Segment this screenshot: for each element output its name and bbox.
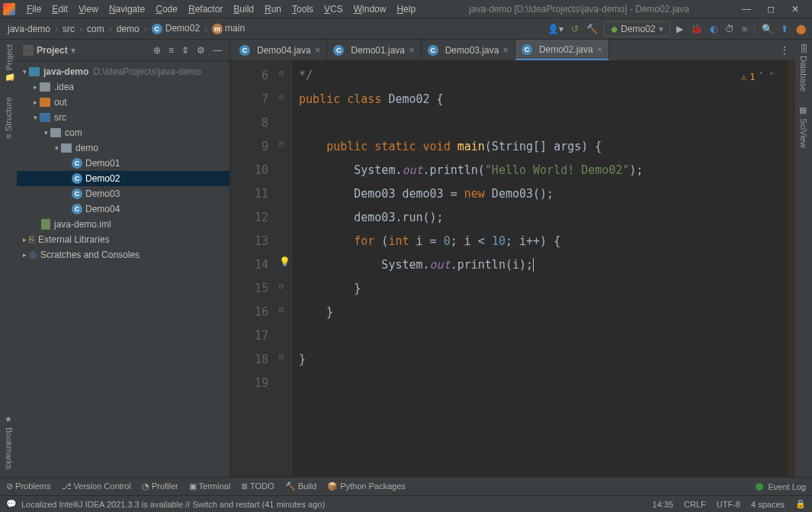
fold-marker-icon[interactable]: ⊟ [279, 140, 284, 148]
notification-icon[interactable]: 💬 [6, 499, 17, 509]
tree-folder-demo[interactable]: ▾ demo [17, 140, 229, 156]
search-button[interactable]: 🔍 [760, 22, 775, 36]
menu-view[interactable]: View [73, 2, 104, 16]
sciview-tool-tab[interactable]: ▦ SciView [799, 105, 809, 148]
close-tab-icon[interactable]: × [409, 44, 415, 56]
tree-scratches[interactable]: ▸ ◎ Scratches and Consoles [17, 247, 229, 262]
sync-icon[interactable]: ↺ [570, 22, 580, 36]
status-time[interactable]: 14:35 [653, 500, 674, 509]
menu-help[interactable]: Help [391, 2, 421, 16]
code-area[interactable]: ⚠ 1 ˆ ˅ */public class Demo02 { public s… [293, 61, 788, 477]
status-indent[interactable]: 4 spaces [751, 500, 785, 509]
tree-folder-idea[interactable]: ▸ .idea [17, 79, 229, 95]
build-tab[interactable]: 🔨 Build [285, 481, 317, 491]
update-button[interactable]: ⬆ [779, 22, 790, 36]
build-button[interactable]: 🔨 [585, 22, 599, 36]
profile-button[interactable]: ⏱ [724, 22, 736, 36]
code-line-8[interactable] [299, 111, 788, 135]
fold-gutter[interactable]: ⊟⊟⊟💡⊟⊟⊟ [276, 61, 293, 477]
code-line-17[interactable] [299, 324, 788, 348]
code-line-15[interactable]: } [299, 277, 788, 301]
code-line-19[interactable] [299, 372, 788, 395]
tree-file-iml[interactable]: java-demo.iml [17, 217, 229, 232]
code-line-18[interactable]: } [299, 348, 788, 372]
code-line-7[interactable]: public class Demo02 { [299, 88, 788, 111]
close-button[interactable]: ✕ [786, 2, 804, 16]
tree-class-demo01[interactable]: CDemo01 [17, 156, 229, 171]
intention-bulb-icon[interactable]: 💡 [279, 256, 290, 267]
project-tree[interactable]: ▾ java-demo D:\IdeaProjects\java-demo ▸ … [17, 61, 229, 477]
editor-tab-demo03-java[interactable]: CDemo03.java× [422, 40, 515, 60]
fold-marker-icon[interactable]: ⊟ [279, 353, 284, 361]
menu-tools[interactable]: Tools [287, 2, 319, 16]
menu-run[interactable]: Run [259, 2, 287, 16]
project-tool-tab[interactable]: 📁 Project [4, 44, 14, 83]
run-button[interactable]: ▶ [675, 22, 685, 36]
code-line-16[interactable]: } [299, 301, 788, 324]
terminal-tab[interactable]: ▣ Terminal [189, 481, 230, 491]
coverage-button[interactable]: ◐ [708, 22, 719, 36]
code-line-13[interactable]: for (int i = 0; i < 10; i++) { [299, 230, 788, 253]
hide-icon[interactable]: — [211, 43, 223, 57]
fold-marker-icon[interactable]: ⊟ [279, 92, 284, 101]
expand-all-icon[interactable]: ≡ [167, 43, 175, 57]
tree-folder-out[interactable]: ▸ out [17, 95, 229, 110]
status-message[interactable]: Localized IntelliJ IDEA 2021.3.3 is avai… [21, 500, 325, 509]
menu-code[interactable]: Code [150, 2, 183, 16]
database-tool-tab[interactable]: 🗄 Database [799, 44, 808, 92]
status-line-separator[interactable]: CRLF [684, 500, 706, 509]
breadcrumb-src[interactable]: src [59, 22, 78, 36]
todo-tab[interactable]: ≣ TODO [241, 481, 274, 491]
run-config-selector[interactable]: ◆ Demo02 ▾ [604, 21, 669, 37]
structure-tool-tab[interactable]: ≡ Structure [4, 97, 13, 139]
select-opened-file-icon[interactable]: ⊕ [152, 43, 162, 57]
line-number-gutter[interactable]: 67▶89▶10111213141516171819 [230, 61, 276, 477]
python-packages-tab[interactable]: 📦 Python Packages [327, 481, 406, 491]
editor-tab-demo01-java[interactable]: CDemo01.java× [327, 40, 421, 60]
version-control-tab[interactable]: ⎇ Version Control [62, 481, 131, 491]
error-stripe[interactable] [788, 61, 795, 477]
tree-root[interactable]: ▾ java-demo D:\IdeaProjects\java-demo [17, 64, 229, 79]
ide-scripting-button[interactable]: ⬤ [794, 22, 807, 36]
tree-folder-com[interactable]: ▾ com [17, 125, 229, 140]
breadcrumb-demo[interactable]: demo [114, 22, 143, 36]
fold-marker-icon[interactable]: ⊟ [279, 69, 284, 77]
code-line-11[interactable]: Demo03 demo03 = new Demo03(); [299, 182, 788, 206]
event-log-tab[interactable]: Event Log [768, 482, 806, 491]
tree-class-demo02[interactable]: CDemo02 [17, 171, 229, 186]
tree-class-demo03[interactable]: CDemo03 [17, 186, 229, 201]
tree-external-libraries[interactable]: ▸ ⎘ External Libraries [17, 232, 229, 247]
close-tab-icon[interactable]: × [502, 44, 509, 56]
tree-class-demo04[interactable]: CDemo04 [17, 201, 229, 217]
breadcrumb-demo02[interactable]: CDemo02 [149, 21, 203, 36]
breadcrumb-main[interactable]: mmain [209, 21, 248, 36]
menu-file[interactable]: File [21, 2, 47, 16]
collapse-all-icon[interactable]: ⇕ [180, 43, 191, 57]
editor-tab-demo04-java[interactable]: CDemo04.java× [233, 40, 327, 60]
maximize-button[interactable]: ◻ [762, 2, 780, 16]
settings-icon[interactable]: ⚙ [195, 43, 207, 57]
status-encoding[interactable]: UTF-8 [717, 500, 740, 509]
menu-refactor[interactable]: Refactor [183, 2, 228, 16]
code-line-9[interactable]: public static void main(String[] args) { [299, 135, 788, 159]
breadcrumb-com[interactable]: com [84, 22, 108, 36]
problems-tab[interactable]: ⊘ Problems [6, 481, 51, 491]
menu-vcs[interactable]: VCS [319, 2, 348, 16]
add-user-icon[interactable]: 👤▾ [546, 22, 565, 36]
menu-build[interactable]: Build [228, 2, 259, 16]
close-tab-icon[interactable]: × [315, 44, 321, 56]
editor[interactable]: 67▶89▶10111213141516171819 ⊟⊟⊟💡⊟⊟⊟ ⚠ 1 ˆ… [230, 61, 795, 477]
fold-marker-icon[interactable]: ⊟ [279, 305, 284, 314]
code-line-12[interactable]: demo03.run(); [299, 206, 788, 230]
menu-window[interactable]: Window [348, 2, 392, 16]
menu-navigate[interactable]: Navigate [104, 2, 150, 16]
inspection-indicator[interactable]: ⚠ 1 ˆ ˅ [741, 66, 774, 89]
close-tab-icon[interactable]: × [597, 43, 603, 55]
code-line-10[interactable]: System.out.println("Hello World! Demo02"… [299, 159, 788, 182]
stop-button[interactable]: ■ [740, 22, 749, 36]
menu-edit[interactable]: Edit [47, 2, 73, 16]
bookmarks-tool-tab[interactable]: ★ Bookmarks [4, 414, 14, 469]
tab-actions-icon[interactable]: ⋮ [774, 40, 795, 60]
lock-icon[interactable]: 🔒 [795, 499, 806, 509]
code-line-14[interactable]: System.out.println(i); [299, 253, 788, 277]
